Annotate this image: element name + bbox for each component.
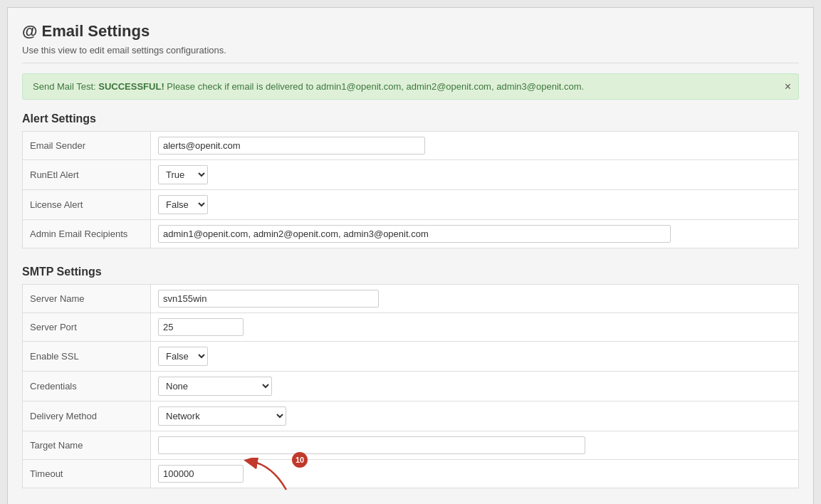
table-row: Target Name bbox=[23, 431, 799, 460]
success-alert: Send Mail Test: SUCCESSFUL! Please check… bbox=[22, 73, 799, 100]
runetl-alert-label: RunEtl Alert bbox=[23, 160, 151, 190]
table-row: Email Sender bbox=[23, 132, 799, 160]
email-sender-label: Email Sender bbox=[23, 132, 151, 160]
timeout-input[interactable] bbox=[158, 465, 244, 483]
credentials-label: Credentials bbox=[23, 372, 151, 401]
admin-email-label: Admin Email Recipients bbox=[23, 220, 151, 248]
table-row: License Alert True False bbox=[23, 190, 799, 220]
alert-prefix: Send Mail Test: bbox=[33, 81, 98, 92]
smtp-settings-table: Server Name Server Port Enable SSL True … bbox=[22, 284, 799, 488]
target-name-input[interactable] bbox=[158, 436, 585, 454]
alert-settings-table: Email Sender RunEtl Alert True False Lic… bbox=[22, 131, 799, 248]
alert-suffix: Please check if email is delivered to ad… bbox=[164, 81, 585, 92]
timeout-annotation-container: 10 bbox=[158, 465, 244, 483]
enable-ssl-label: Enable SSL bbox=[23, 342, 151, 372]
license-alert-select[interactable]: True False bbox=[158, 195, 208, 214]
table-row: Enable SSL True False bbox=[23, 342, 799, 372]
alert-settings-title: Alert Settings bbox=[22, 112, 799, 125]
license-alert-label: License Alert bbox=[23, 190, 151, 220]
alert-message: Send Mail Test: SUCCESSFUL! Please check… bbox=[33, 81, 584, 92]
runetl-alert-select[interactable]: True False bbox=[158, 165, 208, 184]
smtp-settings-title: SMTP Settings bbox=[22, 266, 799, 278]
table-row: Timeout 10 bbox=[23, 460, 799, 488]
delivery-method-label: Delivery Method bbox=[23, 401, 151, 431]
server-port-label: Server Port bbox=[23, 313, 151, 342]
table-row: Server Name bbox=[23, 285, 799, 313]
target-name-label: Target Name bbox=[23, 431, 151, 460]
table-row: Credentials None Basic NTLM bbox=[23, 372, 799, 401]
page-title: @ Email Settings bbox=[22, 22, 799, 41]
annotation-arrow-svg bbox=[244, 458, 293, 493]
table-row: Admin Email Recipients bbox=[23, 220, 799, 248]
admin-email-input[interactable] bbox=[158, 225, 671, 243]
server-name-input[interactable] bbox=[158, 290, 379, 308]
table-row: Delivery Method Network SpecifiedPickupD… bbox=[23, 401, 799, 431]
server-port-input[interactable] bbox=[158, 318, 244, 336]
delivery-method-select[interactable]: Network SpecifiedPickupDirectory PickupD… bbox=[158, 406, 286, 426]
server-name-label: Server Name bbox=[23, 285, 151, 313]
credentials-select[interactable]: None Basic NTLM bbox=[158, 377, 272, 396]
enable-ssl-select[interactable]: True False bbox=[158, 347, 208, 366]
page-container: @ Email Settings Use this view to edit e… bbox=[7, 7, 814, 504]
alert-bold: SUCCESSFUL! bbox=[98, 81, 164, 92]
timeout-label: Timeout bbox=[23, 460, 151, 488]
page-subtitle: Use this view to edit email settings con… bbox=[22, 45, 799, 63]
email-sender-input[interactable] bbox=[158, 137, 425, 154]
alert-close-button[interactable]: × bbox=[785, 81, 791, 93]
table-row: RunEtl Alert True False bbox=[23, 160, 799, 190]
table-row: Server Port bbox=[23, 313, 799, 342]
